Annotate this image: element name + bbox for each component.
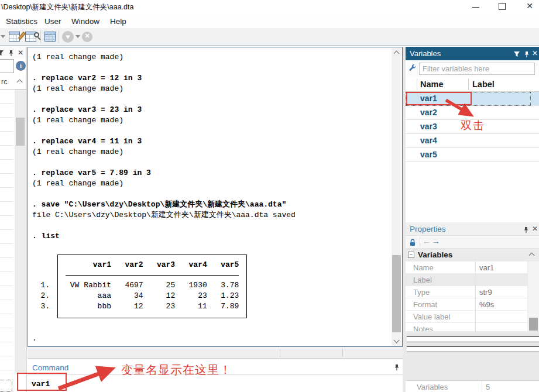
property-row-format[interactable]: Format%9s xyxy=(406,298,527,311)
close-icon[interactable]: ✕ xyxy=(18,49,23,56)
data-editor-button[interactable] xyxy=(8,30,22,43)
properties-section-variables[interactable]: − Variables xyxy=(406,249,539,262)
properties-toolbar: ← → xyxy=(406,236,539,249)
property-row-notes[interactable]: Notes xyxy=(406,323,527,331)
output-line: (1 real change made) xyxy=(32,84,389,94)
collapse-box-icon[interactable]: − xyxy=(408,252,414,258)
output-line xyxy=(32,221,389,231)
filter-icon[interactable] xyxy=(513,50,520,60)
wrench-icon[interactable] xyxy=(408,64,417,75)
command-echo-line: . replace var3 = 23 in 3 xyxy=(32,105,389,115)
variables-column-headers: Name Label xyxy=(406,77,539,92)
maximize-button[interactable] xyxy=(492,0,512,13)
variable-row-var1[interactable]: var1 xyxy=(406,92,539,106)
review-focus-fragment xyxy=(0,380,12,392)
property-row-name[interactable]: Namevar1 xyxy=(406,262,527,274)
property-row-type[interactable]: Typestr9 xyxy=(406,286,527,298)
variables-filter-input[interactable] xyxy=(419,63,535,75)
output-line xyxy=(32,126,389,136)
collapsed-section-bar[interactable] xyxy=(407,336,539,342)
variable-row-var5[interactable]: var5 xyxy=(406,148,539,162)
name-column-header[interactable]: Name xyxy=(420,80,444,89)
more-results-chevron-icon[interactable] xyxy=(75,35,80,38)
row-number: 2. xyxy=(32,291,50,301)
output-line xyxy=(32,157,389,168)
maximize-icon xyxy=(499,3,506,10)
menu-statistics[interactable]: Statistics xyxy=(4,16,40,27)
minimize-button[interactable] xyxy=(466,0,486,13)
properties-scrollbar[interactable] xyxy=(528,262,539,331)
more-results-button[interactable] xyxy=(62,31,74,43)
lock-icon[interactable] xyxy=(409,238,416,249)
forward-arrow-icon[interactable]: → xyxy=(432,236,440,246)
scroll-up-icon[interactable] xyxy=(17,80,23,85)
review-scrollbar[interactable] xyxy=(15,90,26,374)
dock-splitter-strip[interactable] xyxy=(28,347,403,359)
row-number: 1. xyxy=(32,280,50,291)
property-row-value-label[interactable]: Value label xyxy=(406,311,527,323)
label-column-header[interactable]: Label xyxy=(472,80,495,89)
properties-panel: Properties ✕ ← → − Variables Namevar1 La… xyxy=(406,222,539,392)
variables-filter-row xyxy=(406,60,539,77)
menu-window[interactable]: Window xyxy=(69,16,102,27)
variables-manager-button[interactable] xyxy=(44,30,58,43)
command-echo-line: . replace var4 = 11 in 3 xyxy=(32,136,389,147)
scroll-up-icon[interactable] xyxy=(394,51,400,57)
review-column-header[interactable]: rc xyxy=(0,75,26,90)
menu-bar: Statistics User Window Help xyxy=(0,14,539,28)
pin-icon[interactable] xyxy=(393,363,400,373)
review-history-rows[interactable] xyxy=(0,90,13,374)
menu-help[interactable]: Help xyxy=(108,16,129,27)
data-summary-row[interactable]: Variables 5 xyxy=(406,380,539,392)
toolbar: ✕ xyxy=(0,28,539,46)
table-cell: 7.89 xyxy=(207,301,239,312)
summary-value: 5 xyxy=(486,383,490,391)
annotation-double-click-text: 双击 xyxy=(461,118,485,133)
close-button[interactable]: ✕ xyxy=(520,0,539,13)
back-arrow-icon[interactable]: ← xyxy=(423,236,431,246)
pin-icon[interactable] xyxy=(523,50,530,60)
close-icon[interactable]: ✕ xyxy=(532,225,538,232)
panel-divider xyxy=(26,47,27,392)
command-input[interactable] xyxy=(29,376,397,391)
scrollbar-thumb[interactable] xyxy=(16,118,25,146)
toolbar-overflow-chevron-icon[interactable] xyxy=(1,35,5,38)
down-arrow-icon xyxy=(66,35,70,39)
close-icon[interactable]: ✕ xyxy=(532,50,538,57)
table-row: VW Rabbit 4697 25 1930 3.78 xyxy=(66,280,239,291)
close-icon: ✕ xyxy=(520,1,539,11)
scroll-up-icon[interactable] xyxy=(529,253,535,259)
menu-user[interactable]: User xyxy=(42,16,64,27)
table-cell: 1930 xyxy=(175,280,207,291)
output-line: (1 real change made) xyxy=(32,178,389,189)
review-panel-header: ✕ xyxy=(0,47,26,59)
table-cell: 12 xyxy=(143,291,176,301)
command-echo-line: . replace var2 = 12 in 3 xyxy=(32,73,389,84)
break-button[interactable]: ✕ xyxy=(82,32,92,42)
table-row: aaa 34 12 23 1.23 xyxy=(66,291,239,301)
properties-panel-header: Properties ✕ xyxy=(406,222,539,236)
annotation-command-text: 变量名显示在这里！ xyxy=(121,362,232,378)
table-cell: bbb xyxy=(66,301,111,312)
column-header: var3 xyxy=(143,260,176,270)
console-scrollbar[interactable] xyxy=(392,48,401,346)
filter-icon[interactable] xyxy=(0,49,4,59)
list-output-table: 1. 2. 3. var1 var2 var3 var4 var5 VW Rab… xyxy=(32,255,389,318)
data-browser-button[interactable] xyxy=(25,30,39,43)
collapsed-section-bar[interactable] xyxy=(407,346,539,352)
info-icon[interactable]: i xyxy=(16,61,26,71)
table-cell: 1.23 xyxy=(207,291,239,301)
table-cell: 23 xyxy=(175,291,207,301)
pin-icon[interactable] xyxy=(8,49,15,59)
review-search-input[interactable] xyxy=(0,59,14,73)
row-number: 3. xyxy=(32,301,50,312)
minimize-icon xyxy=(472,7,479,8)
variable-row-var4[interactable]: var4 xyxy=(406,134,539,148)
scrollbar-thumb[interactable] xyxy=(392,255,401,332)
property-row-label[interactable]: Label xyxy=(406,274,527,286)
scroll-down-icon[interactable] xyxy=(394,338,400,343)
pin-icon[interactable] xyxy=(523,225,530,236)
column-header: var1 xyxy=(66,260,111,270)
output-line xyxy=(32,189,389,200)
scrollbar-thumb[interactable] xyxy=(529,318,538,331)
